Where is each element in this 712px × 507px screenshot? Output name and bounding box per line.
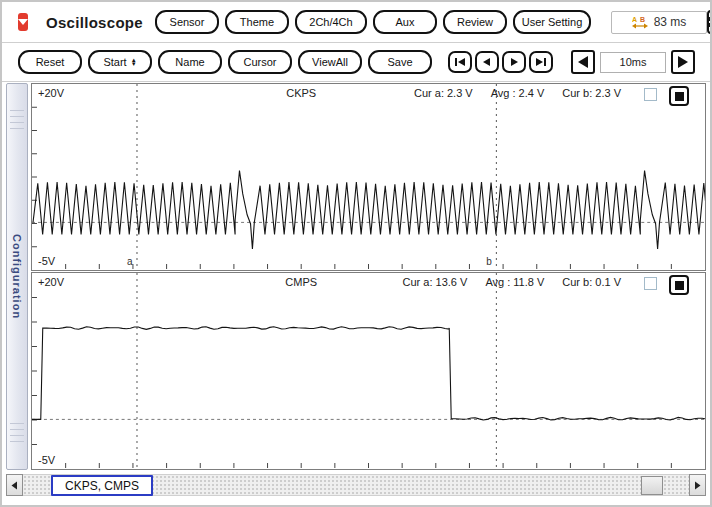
timebase-increase-button[interactable] xyxy=(671,50,695,74)
record-nav-group xyxy=(448,51,553,73)
cursor-b-value: Cur b: 2.3 V xyxy=(562,87,621,99)
horizontal-scrollbar[interactable]: CKPS, CMPS xyxy=(23,474,689,496)
user-setting-button[interactable]: User Setting xyxy=(513,10,591,34)
review-button[interactable]: Review xyxy=(443,10,507,34)
scroll-left-button[interactable] xyxy=(6,474,23,496)
timebase-value: 10ms xyxy=(600,52,666,73)
y-max-label: +20V xyxy=(38,87,64,99)
step-back-button[interactable] xyxy=(475,51,499,73)
channel-checkbox[interactable] xyxy=(644,88,657,101)
channel-color-button[interactable] xyxy=(669,86,689,106)
skip-to-start-icon xyxy=(454,57,466,67)
configuration-splitter[interactable]: Configuration xyxy=(6,83,28,470)
avg-value: Avg : 11.8 V xyxy=(485,276,544,288)
ab-time-display: A B 83 ms xyxy=(611,11,707,34)
y-min-label: -5V xyxy=(38,454,55,466)
skip-to-start-button[interactable] xyxy=(448,51,472,73)
sensor-button[interactable]: Sensor xyxy=(155,10,219,34)
page-title: Oscilloscope xyxy=(46,14,143,31)
save-button[interactable]: Save xyxy=(368,50,432,74)
right-arrow-icon xyxy=(694,481,701,490)
chevron-down-icon xyxy=(18,19,28,25)
measurement-row: Cur a: 2.3 V Avg : 2.4 V Cur b: 2.3 V xyxy=(414,87,621,99)
status-bar: CKPS, CMPS xyxy=(6,474,706,496)
chart-stack: +20V CKPS Cur a: 2.3 V Avg : 2.4 V Cur b… xyxy=(31,83,706,470)
cmps-channel-panel: +20V CMPS Cur a: 13.6 V Avg : 11.8 V Cur… xyxy=(31,272,706,470)
skip-to-end-icon xyxy=(535,57,547,67)
scroll-right-button[interactable] xyxy=(689,474,706,496)
cursor-b-marker[interactable]: b xyxy=(486,256,492,267)
avg-value: Avg : 2.4 V xyxy=(491,87,545,99)
cursor-b-value: Cur b: 0.1 V xyxy=(562,276,621,288)
measurement-row: Cur a: 13.6 V Avg : 11.8 V Cur b: 0.1 V xyxy=(403,276,621,288)
reset-button[interactable]: Reset xyxy=(18,50,82,74)
channel-checkbox[interactable] xyxy=(644,277,657,290)
red-dropdown-icon[interactable] xyxy=(18,13,28,31)
ab-time-value: 83 ms xyxy=(654,15,687,29)
channel-color-swatch xyxy=(675,281,684,290)
step-back-icon xyxy=(482,57,492,67)
step-forward-button[interactable] xyxy=(502,51,526,73)
channel-name: CMPS xyxy=(285,276,317,288)
start-button-label: Start xyxy=(103,56,126,68)
cursor-a-value: Cur a: 13.6 V xyxy=(403,276,468,288)
start-spinner-icon: ▲▼ xyxy=(131,58,137,66)
left-arrow-icon xyxy=(577,55,589,69)
channel-name: CKPS xyxy=(286,87,316,99)
scrollbar-thumb[interactable] xyxy=(641,476,663,495)
configuration-label: Configuration xyxy=(11,234,23,319)
cursor-a-value: Cur a: 2.3 V xyxy=(414,87,473,99)
ckps-channel-panel: +20V CKPS Cur a: 2.3 V Avg : 2.4 V Cur b… xyxy=(31,83,706,271)
timebase-group: 10ms xyxy=(571,50,695,74)
right-arrow-icon xyxy=(677,55,689,69)
name-button[interactable]: Name xyxy=(158,50,222,74)
menu-button[interactable] xyxy=(707,10,712,34)
viewall-button[interactable]: ViewAll xyxy=(298,50,362,74)
ckps-chart-plot[interactable] xyxy=(32,84,705,270)
svg-text:A: A xyxy=(632,16,637,23)
cursor-a-marker[interactable]: a xyxy=(127,256,133,267)
channel-color-button[interactable] xyxy=(669,275,689,295)
step-forward-icon xyxy=(509,57,519,67)
channel-color-swatch xyxy=(675,92,684,101)
theme-button[interactable]: Theme xyxy=(225,10,289,34)
top-toolbar: Oscilloscope Sensor Theme 2Ch/4Ch Aux Re… xyxy=(2,2,710,43)
main-area: Configuration +20V CKPS Cur a: 2.3 V Avg… xyxy=(2,83,710,470)
y-min-label: -5V xyxy=(38,255,55,267)
aux-button[interactable]: Aux xyxy=(373,10,437,34)
control-toolbar: Reset Start ▲▼ Name Cursor ViewAll Save … xyxy=(2,43,710,82)
start-button[interactable]: Start ▲▼ xyxy=(88,50,152,74)
skip-to-end-button[interactable] xyxy=(529,51,553,73)
left-arrow-icon xyxy=(11,481,18,490)
svg-text:B: B xyxy=(640,16,645,23)
ab-cursor-time-icon: A B xyxy=(632,15,648,29)
channel-mode-button[interactable]: 2Ch/4Ch xyxy=(295,10,367,34)
channel-list-label: CKPS, CMPS xyxy=(51,475,153,496)
cursor-button[interactable]: Cursor xyxy=(228,50,292,74)
cmps-chart-plot[interactable] xyxy=(32,273,705,469)
y-max-label: +20V xyxy=(38,276,64,288)
timebase-decrease-button[interactable] xyxy=(571,50,595,74)
